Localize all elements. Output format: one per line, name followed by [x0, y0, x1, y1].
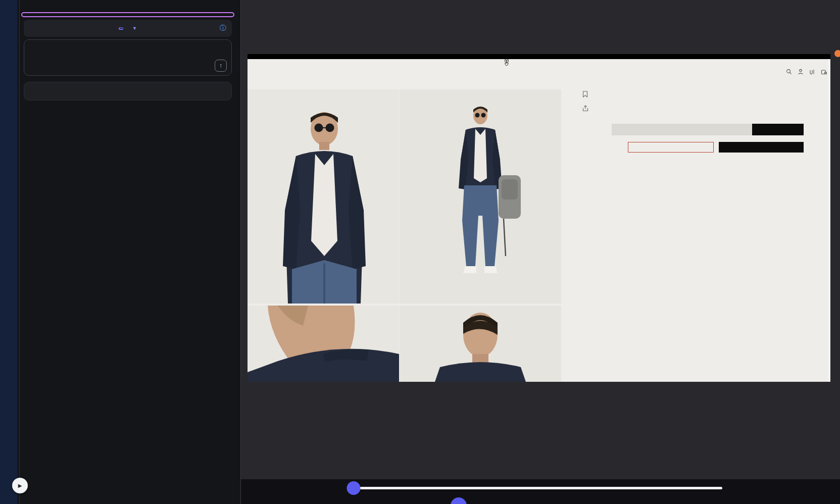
product-info	[612, 95, 804, 160]
timeline-playhead[interactable]	[347, 481, 361, 495]
wishlist-icon[interactable]	[582, 90, 588, 99]
playback-timeline	[241, 479, 840, 504]
task-steps-panel: ▼ ⓘ ↑	[20, 0, 241, 504]
product-image-collar-closeup[interactable]	[248, 306, 399, 382]
product-detail-panel	[561, 54, 830, 382]
replay-screenshot	[248, 54, 830, 382]
product-price	[612, 98, 804, 103]
info-icon[interactable]: ⓘ	[220, 24, 226, 33]
product-image-full[interactable]	[400, 89, 561, 304]
pincode-row	[612, 124, 804, 135]
timeline-secondary-dot[interactable]	[451, 497, 467, 504]
product-image-back-view[interactable]	[400, 306, 561, 382]
page-scrollbar[interactable]	[828, 59, 830, 382]
left-icon-rail	[0, 0, 19, 504]
pincode-check-button[interactable]	[752, 124, 804, 135]
panel-collapse-handle[interactable]: ▶	[12, 478, 28, 493]
product-image-front[interactable]	[248, 89, 399, 304]
highlighted-steps-group	[21, 12, 234, 17]
chevron-down-icon: ▼	[132, 26, 137, 31]
gallery-action-icons	[582, 90, 588, 114]
ai-mode-icon	[119, 27, 123, 30]
buy-it-now-button[interactable]	[719, 142, 804, 153]
recording-indicator-dot	[834, 50, 840, 57]
step-actions-footer	[24, 82, 232, 100]
task-mode-selector[interactable]: ▼ ⓘ	[24, 20, 232, 37]
workflow-prompt-input[interactable]	[24, 39, 232, 76]
chevron-right-icon: ▶	[18, 483, 22, 488]
cta-row	[628, 142, 804, 153]
workflow-prompt-wrap: ↑	[24, 39, 232, 78]
rabbit-logo-icon	[503, 59, 511, 69]
pincode-input[interactable]	[612, 124, 752, 135]
brand-logo[interactable]	[503, 59, 511, 69]
add-to-cart-button[interactable]	[628, 142, 714, 153]
arrow-up-icon: ↑	[219, 62, 222, 69]
replay-workspace: ▼ ⓘ ↑ ▶	[0, 0, 840, 504]
timeline-track[interactable]	[354, 487, 722, 489]
submit-prompt-button[interactable]: ↑	[215, 60, 227, 72]
share-icon[interactable]	[582, 105, 588, 114]
